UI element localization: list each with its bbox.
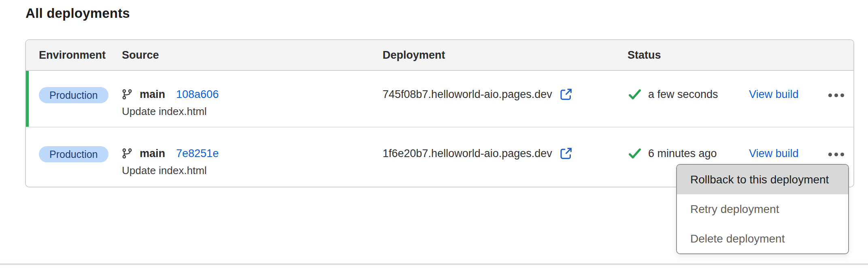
page-title: All deployments — [26, 6, 130, 21]
success-check-icon — [628, 147, 641, 160]
ellipsis-icon — [828, 153, 832, 156]
context-menu-item-delete[interactable]: Delete deployment — [677, 224, 848, 253]
page-bottom-divider — [0, 264, 868, 265]
success-check-icon — [628, 88, 641, 100]
header-status: Status — [628, 49, 853, 62]
current-deployment-indicator — [26, 71, 29, 127]
commit-message: Update index.html — [122, 105, 383, 118]
ellipsis-icon — [828, 94, 832, 97]
deployment-url: 1f6e20b7.helloworld-aio.pages.dev — [383, 147, 552, 160]
branch-name: main — [140, 147, 165, 160]
environment-badge: Production — [39, 87, 108, 103]
environment-badge: Production — [39, 146, 108, 162]
more-options-button[interactable] — [825, 90, 847, 100]
context-menu: Rollback to this deployment Retry deploy… — [676, 164, 849, 254]
deployment-row: Production main 108a606 Update index.htm… — [26, 71, 853, 128]
context-menu-item-rollback[interactable]: Rollback to this deployment — [677, 165, 848, 194]
header-deployment: Deployment — [383, 49, 628, 62]
header-source: Source — [122, 49, 383, 62]
status-time: a few seconds — [648, 88, 718, 101]
external-link-icon[interactable] — [560, 88, 572, 101]
git-branch-icon — [122, 148, 132, 159]
context-menu-item-retry[interactable]: Retry deployment — [677, 194, 848, 224]
view-build-link[interactable]: View build — [749, 146, 799, 161]
commit-hash-link[interactable]: 7e8251e — [176, 147, 219, 160]
table-header: Environment Source Deployment Status — [26, 40, 853, 71]
header-environment: Environment — [26, 49, 122, 62]
branch-name: main — [140, 88, 165, 101]
view-build-link[interactable]: View build — [749, 87, 799, 102]
deployment-url: 745f08b7.helloworld-aio.pages.dev — [383, 88, 552, 101]
commit-message: Update index.html — [122, 164, 383, 177]
commit-hash-link[interactable]: 108a606 — [176, 88, 219, 101]
git-branch-icon — [122, 89, 132, 100]
status-time: 6 minutes ago — [648, 147, 717, 160]
external-link-icon[interactable] — [560, 147, 572, 160]
more-options-button[interactable] — [825, 149, 847, 160]
